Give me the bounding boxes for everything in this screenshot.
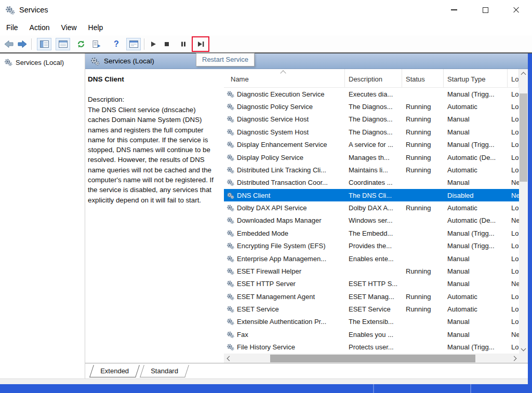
forward-button[interactable] <box>16 38 29 50</box>
pause-icon <box>180 40 187 48</box>
service-startup-type-cell: Manual (Trigg... <box>444 141 508 148</box>
chevron-down-icon <box>521 346 526 351</box>
service-logon-cell: Ne... <box>508 216 519 224</box>
stop-service-button[interactable] <box>160 38 174 50</box>
menu-item[interactable]: Action <box>30 23 50 32</box>
service-logon-cell: Lo... <box>508 242 519 250</box>
service-logon-cell: Lo... <box>508 141 519 148</box>
scroll-left-button[interactable] <box>224 354 233 363</box>
service-gear-icon <box>227 141 234 148</box>
console-properties-button[interactable] <box>56 38 70 50</box>
horizontal-scroll-track[interactable] <box>233 354 510 363</box>
refresh-button[interactable] <box>74 38 88 50</box>
result-pane: Services (Local) DNS Client Description:… <box>85 53 528 378</box>
service-row[interactable]: Display Policy Service Manages th... Run… <box>224 151 519 164</box>
horizontal-scroll-thumb[interactable] <box>270 355 475 362</box>
service-row[interactable]: DNS Client The DNS Cli... Disabled Ne... <box>224 189 519 201</box>
service-description-cell: The Diagnos... <box>345 115 402 123</box>
column-header[interactable]: Lo <box>508 69 519 87</box>
column-header[interactable]: Status <box>402 69 444 87</box>
service-row[interactable]: ESET Firewall Helper Running Manual Lo..… <box>224 265 519 277</box>
service-row[interactable]: Diagnostic Service Host The Diagnos... R… <box>224 113 519 126</box>
view-tab[interactable]: Standard <box>140 365 189 377</box>
column-header-row: NameDescriptionStatusStartup TypeLo <box>224 69 519 88</box>
service-gear-icon <box>227 255 234 263</box>
service-name: Fax <box>237 331 248 338</box>
scroll-right-button[interactable] <box>510 354 519 363</box>
service-startup-type-cell: Manual <box>444 179 508 186</box>
service-logon-cell: Lo... <box>508 293 519 301</box>
service-row[interactable]: File History Service Protects user... Ma… <box>224 341 519 354</box>
help-button[interactable]: ? <box>110 38 123 50</box>
service-row[interactable]: Embedded Mode The Embedd... Manual (Trig… <box>224 227 519 239</box>
service-logon-cell: Lo... <box>508 229 519 237</box>
restart-service-button[interactable] <box>194 38 207 50</box>
service-row[interactable]: ESET Service ESET Service Running Automa… <box>224 303 519 315</box>
service-row[interactable]: Fax Enables you ... Manual Ne... <box>224 328 519 341</box>
service-row[interactable]: ESET Management Agent ESET Manag... Runn… <box>224 290 519 303</box>
export-list-icon <box>92 40 101 48</box>
service-description-cell: Windows ser... <box>345 216 402 224</box>
service-row[interactable]: Downloaded Maps Manager Windows ser... A… <box>224 214 519 227</box>
service-logon-cell: Lo... <box>508 115 519 123</box>
column-header[interactable]: Startup Type <box>444 69 508 87</box>
show-hide-console-tree-button[interactable] <box>37 38 51 50</box>
scroll-down-button[interactable] <box>519 345 528 354</box>
vertical-scroll-track[interactable] <box>519 78 528 345</box>
minimize-button[interactable] <box>438 0 470 20</box>
menu-item[interactable]: Help <box>88 23 103 32</box>
service-gear-icon <box>227 115 234 123</box>
service-description-cell: Manages th... <box>345 154 402 161</box>
menu-item[interactable]: File <box>6 23 18 32</box>
service-row[interactable]: Encrypting File System (EFS) Provides th… <box>224 240 519 252</box>
service-status-cell: Running <box>402 204 444 212</box>
start-service-button[interactable] <box>147 38 160 50</box>
service-row[interactable]: Diagnostic System Host The Diagnos... Ru… <box>224 126 519 138</box>
service-row[interactable]: Enterprise App Managemen... Enables ente… <box>224 252 519 265</box>
service-gear-icon <box>227 166 234 174</box>
maximize-icon <box>483 7 488 13</box>
service-name: Extensible Authentication Pr... <box>237 318 326 326</box>
service-row[interactable]: Distributed Link Tracking Cli... Maintai… <box>224 164 519 176</box>
service-row[interactable]: Distributed Transaction Coor... Coordina… <box>224 177 519 189</box>
tree-item-services-local[interactable]: Services (Local) <box>0 53 85 66</box>
export-list-button[interactable] <box>90 38 103 50</box>
vertical-scrollbar-column <box>519 69 528 363</box>
close-button[interactable] <box>501 0 532 20</box>
service-row[interactable]: Diagnostic Policy Service The Diagnos...… <box>224 100 519 113</box>
maximize-button[interactable] <box>470 0 501 20</box>
result-pane-title: Services (Local) <box>104 57 154 65</box>
service-row[interactable]: ESET HTTP Server ESET HTTP S... Manual N… <box>224 278 519 290</box>
service-gear-icon <box>227 204 234 212</box>
service-gear-icon <box>227 128 234 136</box>
service-name: Distributed Link Tracking Cli... <box>237 166 326 174</box>
properties-button[interactable] <box>126 38 141 50</box>
toolbar: ? <box>0 35 532 53</box>
service-logon-cell: Ne... <box>508 179 519 186</box>
menu-item[interactable]: View <box>61 23 76 32</box>
service-startup-type-cell: Manual <box>444 318 508 326</box>
restart-service-tooltip: Restart Service <box>196 53 255 66</box>
service-status-cell: Running <box>402 166 444 174</box>
service-gear-icon <box>227 216 234 224</box>
service-row[interactable]: Display Enhancement Service A service fo… <box>224 139 519 151</box>
service-row[interactable]: Diagnostic Execution Service Executes di… <box>224 88 519 100</box>
window-edge-strip <box>528 53 532 393</box>
service-logon-cell: Ne... <box>508 192 519 199</box>
vertical-scroll-thumb[interactable] <box>520 93 527 182</box>
service-row[interactable]: Extensible Authentication Pr... The Exte… <box>224 316 519 328</box>
column-header[interactable]: Description <box>345 69 402 87</box>
service-logon-cell: Ne... <box>508 331 519 338</box>
back-button[interactable] <box>2 38 16 50</box>
stop-square-icon <box>163 40 170 48</box>
service-logon-cell: Lo... <box>508 267 519 275</box>
view-tab[interactable]: Extended <box>89 365 140 377</box>
scroll-up-button[interactable] <box>519 69 528 78</box>
service-name: ESET HTTP Server <box>237 280 296 288</box>
main-area: Services (Local) Services (Local) DNS Cl… <box>0 53 532 378</box>
service-row[interactable]: Dolby DAX API Service Dolby DAX A... Run… <box>224 201 519 214</box>
bottom-bar <box>0 384 532 393</box>
service-gear-icon <box>227 179 234 186</box>
pause-service-button[interactable] <box>177 38 190 50</box>
result-pane-header: Services (Local) <box>85 53 528 69</box>
